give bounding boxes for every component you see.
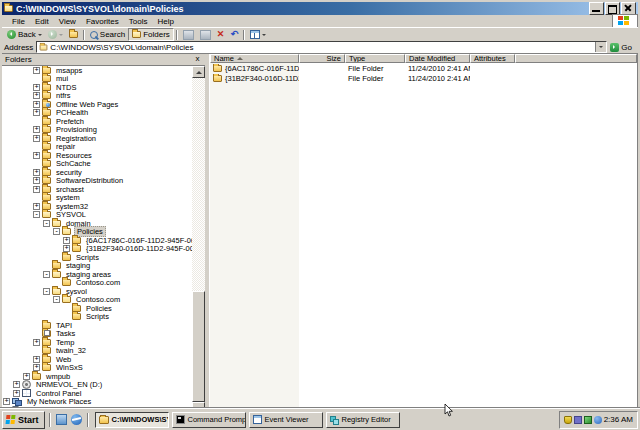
tree-item-resources[interactable]: +Resources (2, 151, 192, 160)
tree-item-contoso-com[interactable]: Contoso.com (2, 279, 192, 288)
collapse-box-icon[interactable]: - (43, 271, 50, 278)
taskbar-button-command-prompt[interactable]: Command Prompt (172, 412, 246, 428)
address-input[interactable]: C:\WINDOWS\SYSVOL\domain\Policies (36, 41, 607, 53)
tree-item-twain-32[interactable]: twain_32 (2, 347, 192, 356)
expand-box-icon[interactable]: + (33, 152, 40, 159)
tree-item-tasks[interactable]: Tasks (2, 330, 192, 339)
menu-view[interactable]: View (54, 16, 81, 27)
expand-box-icon[interactable]: + (33, 92, 40, 99)
tree-item-ntfrs[interactable]: +ntfrs (2, 92, 192, 101)
tree-item-mui[interactable]: mui (2, 75, 192, 84)
tree-item-registration[interactable]: +Registration (2, 134, 192, 143)
column-header-attributes[interactable]: Attributes (470, 54, 515, 63)
expand-box-icon[interactable]: + (33, 177, 40, 184)
file-row-31b2f340-016d-11d2-945f[interactable]: {31B2F340-016D-11D2-945F-...File Folder1… (210, 73, 637, 83)
expand-box-icon[interactable]: + (33, 67, 40, 74)
move-to-button[interactable] (180, 29, 197, 41)
menu-favorites[interactable]: Favorites (81, 16, 124, 27)
tree-item-srchasst[interactable]: +srchasst (2, 185, 192, 194)
tree-item-web[interactable]: +Web (2, 355, 192, 364)
tree-item-my-network-places[interactable]: +My Network Places (2, 398, 192, 407)
expand-box-icon[interactable]: + (33, 356, 40, 363)
file-row-6ac1786c-016f-11d2-945f[interactable]: {6AC1786C-016F-11D2-945F...File Folder11… (210, 63, 637, 73)
column-header-name[interactable]: Name (210, 54, 299, 63)
tree-item-security[interactable]: +security (2, 168, 192, 177)
security-shield-icon[interactable] (564, 416, 572, 424)
scroll-up-button[interactable] (192, 66, 205, 78)
address-dropdown-button[interactable] (595, 42, 606, 52)
expand-box-icon[interactable]: + (33, 126, 40, 133)
taskbar-button-registry-editor[interactable]: Registry Editor (326, 412, 400, 428)
taskbar-button-event-viewer[interactable]: Event Viewer (249, 412, 323, 428)
scrollbar-thumb[interactable] (192, 291, 205, 402)
forward-button[interactable] (45, 29, 66, 40)
tree-item-prefetch[interactable]: Prefetch (2, 117, 192, 126)
expand-box-icon[interactable]: + (33, 186, 40, 193)
show-desktop-icon[interactable] (56, 414, 67, 425)
views-button[interactable] (247, 29, 269, 40)
tree-item-policies[interactable]: Policies (2, 304, 192, 313)
collapse-box-icon[interactable]: - (33, 211, 40, 218)
tree-item-staging[interactable]: staging (2, 262, 192, 271)
up-button[interactable] (66, 30, 81, 39)
tree-item-winsxs[interactable]: +WinSxS (2, 364, 192, 373)
start-button[interactable]: Start (2, 411, 45, 429)
tree-item-sysvol[interactable]: -sysvol (2, 287, 192, 296)
expand-box-icon[interactable]: + (13, 390, 20, 397)
tree-item-schcache[interactable]: SchCache (2, 160, 192, 169)
tree-item-msapps[interactable]: +msapps (2, 66, 192, 75)
expand-box-icon[interactable]: + (13, 381, 20, 388)
expand-box-icon[interactable]: + (33, 84, 40, 91)
expand-box-icon[interactable]: + (63, 237, 70, 244)
tree-item-pchealth[interactable]: +PCHealth (2, 109, 192, 118)
tree-scrollbar[interactable] (192, 66, 205, 414)
folders-button[interactable]: Folders (128, 28, 174, 41)
expand-box-icon[interactable]: + (33, 203, 40, 210)
undo-button[interactable]: ↶ (227, 29, 241, 40)
tree-item-tapi[interactable]: TAPI (2, 321, 192, 330)
tree-item-repair[interactable]: repair (2, 143, 192, 152)
minimize-button[interactable] (589, 2, 604, 15)
tree-item-contoso-com[interactable]: -Contoso.com (2, 296, 192, 305)
tree-item-6ac1786c-016f-11d2-945f-00c04fb984f9[interactable]: +{6AC1786C-016F-11D2-945F-00C04FB984F9} (2, 236, 192, 245)
tree-item-wmpub[interactable]: +wmpub (2, 372, 192, 381)
taskbar-button-c-windows-sysvol[interactable]: C:\WINDOWS\SYSVOL... (95, 412, 169, 428)
tree-item-policies[interactable]: -Policies (2, 228, 192, 237)
copy-to-button[interactable] (197, 29, 214, 41)
delete-button[interactable]: ✕ (214, 29, 228, 40)
column-header-date-modified[interactable]: Date Modified (405, 54, 470, 63)
tree-item-system[interactable]: system (2, 194, 192, 203)
collapse-box-icon[interactable]: - (53, 296, 60, 303)
tree-item-31b2f340-016d-11d2-945f-00c04fb984f9[interactable]: +{31B2F340-016D-11D2-945F-00C04FB984F9} (2, 245, 192, 254)
collapse-box-icon[interactable]: - (43, 220, 50, 227)
collapse-box-icon[interactable]: - (43, 288, 50, 295)
back-button[interactable]: Back (4, 29, 45, 40)
expand-box-icon[interactable]: + (33, 135, 40, 142)
menu-file[interactable]: File (7, 16, 30, 27)
tree-item-offline-web-pages[interactable]: +Offline Web Pages (2, 100, 192, 109)
column-header-type[interactable]: Type (345, 54, 405, 63)
expand-box-icon[interactable]: + (33, 101, 40, 108)
menu-edit[interactable]: Edit (30, 16, 54, 27)
expand-box-icon[interactable]: + (33, 169, 40, 176)
messenger-icon[interactable] (594, 416, 602, 424)
expand-box-icon[interactable]: + (23, 373, 30, 380)
expand-box-icon[interactable]: + (33, 109, 40, 116)
network-icon[interactable] (584, 416, 592, 424)
tree-item-scripts[interactable]: Scripts (2, 253, 192, 262)
expand-box-icon[interactable]: + (33, 339, 40, 346)
tree-item-staging-areas[interactable]: -staging areas (2, 270, 192, 279)
display-icon[interactable] (574, 416, 582, 424)
collapse-box-icon[interactable]: - (53, 228, 60, 235)
tree-item-ntds[interactable]: +NTDS (2, 83, 192, 92)
menu-tools[interactable]: Tools (124, 16, 153, 27)
tree-item-control-panel[interactable]: +Control Panel (2, 389, 192, 398)
internet-explorer-icon[interactable] (71, 414, 82, 425)
menu-help[interactable]: Help (152, 16, 178, 27)
expand-box-icon[interactable]: + (3, 398, 10, 405)
tree-item-system32[interactable]: +system32 (2, 202, 192, 211)
tree-item-scripts[interactable]: Scripts (2, 313, 192, 322)
tree-item-softwaredistribution[interactable]: +SoftwareDistribution (2, 177, 192, 186)
tree-item-sysvol[interactable]: -SYSVOL (2, 211, 192, 220)
search-button[interactable]: Search (87, 29, 128, 40)
